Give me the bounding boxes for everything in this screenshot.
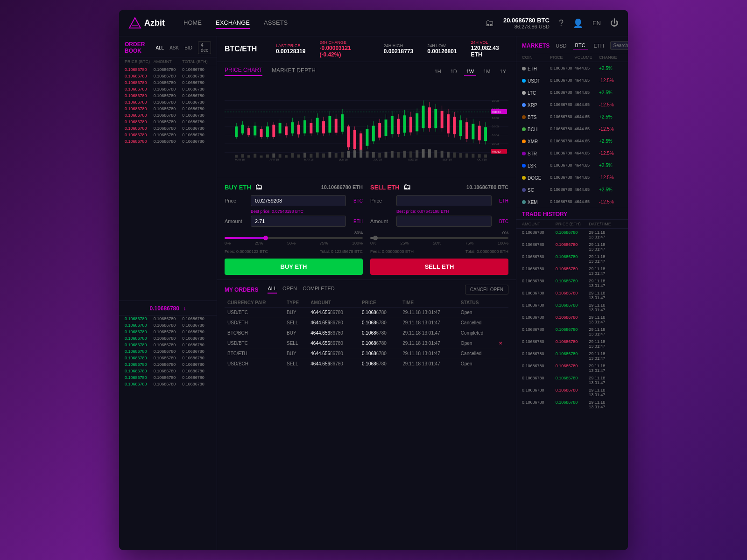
ob-bid-row[interactable]: 0.106867800.106867800.10686780 [119,335,217,342]
ob-ask-row[interactable]: 0.106867800.106867800.10686780 [119,86,217,92]
market-row[interactable]: ETH 0.10686780 4644.65 +2.5% [516,62,628,74]
market-tab-usd[interactable]: USD [553,42,569,49]
svg-rect-100 [285,155,288,158]
logo-icon [128,17,141,30]
help-icon[interactable]: ? [559,18,564,28]
search-input[interactable] [613,43,628,48]
svg-rect-95 [254,154,256,158]
tab-price-chart[interactable]: PRICE CHART [225,67,262,76]
svg-text:0.0074: 0.0074 [492,111,501,113]
nav-home[interactable]: HOME [183,17,202,29]
time-1y[interactable]: 1Y [498,68,508,76]
ob-ask-row[interactable]: 0.106867800.106867800.10686780 [119,105,217,112]
user-icon[interactable]: 👤 [573,18,583,28]
order-row[interactable]: BTC/ETH BUY 4644.65686780 0.10686780 29.… [225,349,508,359]
time-1w[interactable]: 1W [464,68,477,76]
ob-ask-row[interactable]: 0.106867800.106867800.10686780 [119,132,217,138]
orders-tab-all[interactable]: ALL [268,286,277,294]
nav-assets[interactable]: ASSETS [264,17,288,29]
logo[interactable]: Azbit [128,17,165,30]
header: Azbit HOME EXCHANGE ASSETS 🗂 20.0686780 … [119,10,628,36]
coin-dot [522,79,526,83]
ob-bid-row[interactable]: 0.106867800.106867800.10686780 [119,348,217,355]
sell-amount-input[interactable] [396,216,492,227]
cancel-row-icon[interactable]: ✕ [499,341,502,346]
sell-button[interactable]: SELL ETH [370,259,508,275]
ob-tab-bid[interactable]: BID [183,44,194,51]
ob-bid-row[interactable]: 0.106867800.106867800.10686780 [119,374,217,381]
market-row[interactable]: DOGE 0.10686780 4644.65 -12.5% [516,171,628,183]
market-row[interactable]: SC 0.10686780 4644.65 +2.5% [516,183,628,196]
cancel-open-button[interactable]: CANCEL OPEN [465,285,508,294]
ob-ask-row[interactable]: 0.106867800.106867800.10686780 [119,119,217,125]
order-book-header: ORDER BOOK ALL ASK BID 4 dec [119,36,217,57]
order-row[interactable]: USD/BTC SELL 4644.65686780 0.10686780 29… [225,338,508,349]
market-row[interactable]: LSK 0.10686780 4644.65 +2.5% [516,159,628,171]
buy-price-input[interactable] [251,195,346,206]
orders-section: MY ORDERS ALL OPEN COMPLETED CANCEL OPEN… [217,280,516,374]
buy-fees-row: Fees: 0.00000123 BTC Total: 0.12345678 B… [225,249,363,254]
ob-bid-row[interactable]: 0.106867800.106867800.10686780 [119,315,217,322]
ob-ask-row[interactable]: 0.106867800.106867800.10686780 [119,79,217,86]
market-tab-btc[interactable]: BTC [573,42,588,49]
trade-history-row: 0.10686780 0.10686780 29.11.18 13:01:47 [516,265,628,277]
orders-tab-open[interactable]: OPEN [282,286,297,294]
sell-price-input[interactable] [396,195,492,206]
order-row[interactable]: USD/BCH SELL 4644.65686780 0.10686780 29… [225,359,508,369]
ob-ask-row[interactable]: 0.106867800.106867800.10686780 [119,92,217,99]
buy-button[interactable]: BUY ETH [225,259,363,275]
sell-wallet-amount: 10.10686780 BTC [466,184,508,190]
coin-dot [522,127,526,131]
ob-ask-row[interactable]: 0.106867800.106867800.10686780 [119,99,217,105]
ob-ask-row[interactable]: 0.106867800.106867800.10686780 [119,112,217,119]
market-row[interactable]: XEM 0.10686780 4644.65 -12.5% [516,196,628,207]
market-row[interactable]: XMR 0.10686780 4644.65 +2.5% [516,135,628,147]
market-search[interactable]: 🔍 [610,41,628,50]
ob-ask-row[interactable]: 0.106867800.106867800.10686780 [119,125,217,132]
market-row[interactable]: XRP 0.10686780 4644.65 -12.5% [516,98,628,111]
order-row[interactable]: USD/ETH SELL 4644.65686780 0.10686780 29… [225,318,508,328]
lang-button[interactable]: EN [592,20,601,27]
ob-bid-row[interactable]: 0.106867800.106867800.10686780 [119,381,217,387]
trade-history-headers: AMOUNT PRICE (ETH) DATE/TIME [516,220,628,229]
content: ORDER BOOK ALL ASK BID 4 dec PRICE (BTC)… [119,36,628,550]
market-row[interactable]: STR 0.10686780 4644.65 -12.5% [516,147,628,159]
market-row[interactable]: BTS 0.10686780 4644.65 +2.5% [516,111,628,123]
ob-ask-row[interactable]: 0.106867800.106867800.10686780 [119,138,217,145]
ob-bid-row[interactable]: 0.106867800.106867800.10686780 [119,329,217,335]
market-tab-eth[interactable]: ETH [592,42,606,49]
ob-bid-row[interactable]: 0.106867800.106867800.10686780 [119,361,217,368]
market-row[interactable]: BCH 0.10686780 4644.65 -12.5% [516,123,628,135]
market-row[interactable]: LTC 0.10686780 4644.65 +2.5% [516,86,628,98]
order-row[interactable]: BTC/BCH BUY 4644.65686780 0.10686780 29.… [225,328,508,338]
buy-slider-track[interactable] [225,237,363,239]
time-1d[interactable]: 1D [448,68,459,76]
nav-exchange[interactable]: EXCHANGE [216,17,250,29]
market-row[interactable]: USDT 0.10686780 4644.65 -12.5% [516,74,628,86]
orders-table: CURRENCY PAIR TYPE AMOUNT PRICE TIME STA… [225,298,508,369]
col-amount: AMOUNT [308,298,359,308]
balance-btc: 20.0686780 BTC [503,17,550,24]
buy-amount-input[interactable] [251,216,346,227]
order-row[interactable]: USD/BTC BUY 4644.65686780 0.10686780 29.… [225,308,508,318]
ob-bid-row[interactable]: 0.106867800.106867800.10686780 [119,368,217,374]
time-1h[interactable]: 1H [432,68,444,76]
power-icon[interactable]: ⏻ [610,18,619,28]
tab-market-depth[interactable]: MARKET DEPTH [272,67,316,76]
buy-slider-labels: 0% 25% 50% 75% 100% [225,241,363,245]
time-1m[interactable]: 1M [481,68,493,76]
coin-dot [522,67,526,70]
svg-rect-114 [372,152,375,158]
svg-rect-109 [341,152,344,158]
ob-bid-row[interactable]: 0.106867800.106867800.10686780 [119,322,217,329]
ob-bid-row[interactable]: 0.106867800.106867800.10686780 [119,342,217,348]
ob-bid-row[interactable]: 0.106867800.106867800.10686780 [119,355,217,361]
ob-ask-row[interactable]: 0.106867800.106867800.10686780 [119,73,217,79]
ob-tab-all[interactable]: ALL [154,44,166,51]
logo-text: Azbit [144,18,165,28]
ob-decimal-selector[interactable]: 4 dec [198,41,211,54]
sell-slider-track[interactable] [370,237,508,239]
ob-tab-ask[interactable]: ASK [168,44,181,51]
orders-tab-completed[interactable]: COMPLETED [303,286,334,294]
ob-ask-row[interactable]: 0.106867800.106867800.10686780 [119,66,217,73]
